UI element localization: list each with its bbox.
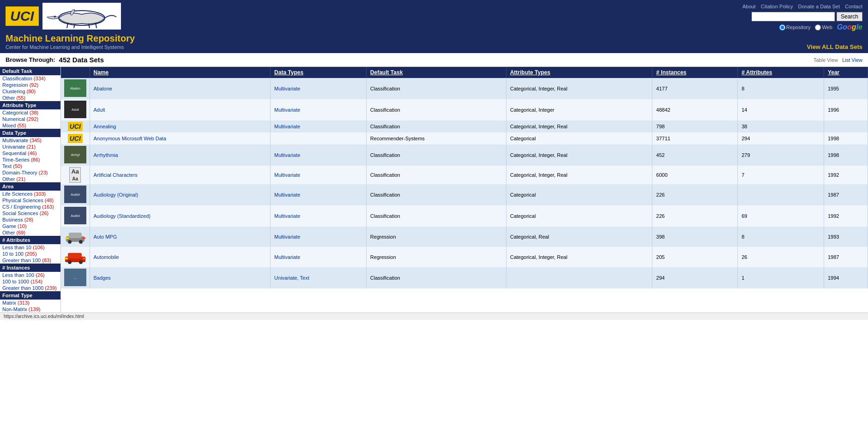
row-default-task: Recommender-Systems (366, 132, 506, 144)
sidebar-item-univariate[interactable]: Univariate (21) (0, 144, 60, 150)
sidebar-item-business[interactable]: Business (28) (0, 216, 60, 223)
dataset-link[interactable]: Adult (94, 107, 105, 113)
sidebar-item-multivariate[interactable]: Multivariate (345) (0, 137, 60, 144)
sidebar-item-non-matrix[interactable]: Non-Matrix (139) (0, 306, 60, 312)
col-default-task-link[interactable]: Default Task (370, 69, 403, 76)
sidebar-item-matrix[interactable]: Matrix (313) (0, 300, 60, 306)
row-data-types: Multivariate (271, 205, 367, 227)
sidebar-item-clustering[interactable]: Clustering (80) (0, 88, 60, 95)
col-data-types-link[interactable]: Data Types (274, 69, 303, 76)
row-attribute-types: Categorical (506, 184, 652, 205)
search-button[interactable]: Search (837, 12, 862, 21)
list-view-link[interactable]: List View (842, 57, 862, 63)
search-input[interactable] (752, 12, 835, 21)
row-thumb: Adult (61, 99, 90, 120)
sidebar-item-100-to-1000[interactable]: 100 to 1000 (154) (0, 278, 60, 285)
row-instances: 798 (652, 120, 738, 132)
sidebar-item-social-sciences[interactable]: Social Sciences (26) (0, 210, 60, 216)
sidebar-item-other-area[interactable]: Other (69) (0, 229, 60, 236)
sidebar-item-10-to-100[interactable]: 10 to 100 (205) (0, 251, 60, 257)
sidebar-item-mixed[interactable]: Mixed (55) (0, 122, 60, 129)
about-link[interactable]: About (742, 4, 756, 9)
col-instances-link[interactable]: # Instances (656, 69, 686, 76)
row-data-types: Univariate, Text (271, 267, 367, 288)
sidebar-item-cs-engineering[interactable]: CS / Engineering (163) (0, 204, 60, 210)
main-layout: Default Task Classification (334) Regres… (0, 67, 868, 312)
dataset-link[interactable]: Arrhythmia (94, 152, 118, 158)
row-attributes: 294 (738, 132, 824, 144)
table-row: AaAa Artificial Characters Multivariate … (61, 166, 868, 184)
citation-policy-link[interactable]: Citation Policy (761, 4, 793, 9)
sidebar-item-text[interactable]: Text (50) (0, 163, 60, 169)
row-attribute-types: Categorical, Integer, Real (506, 247, 652, 267)
sidebar-header-attribute-type: Attribute Type (0, 101, 60, 109)
dataset-link[interactable]: Artificial Characters (94, 172, 138, 178)
sidebar-item-greater-than-1000[interactable]: Greater than 1000 (239) (0, 285, 60, 291)
row-default-task: Classification (366, 99, 506, 120)
sidebar-item-time-series[interactable]: Time-Series (86) (0, 156, 60, 163)
row-year: 1993 (824, 227, 868, 247)
col-data-types: Data Types (271, 67, 367, 78)
search-area: Search (752, 12, 862, 21)
col-attributes-link[interactable]: # Attributes (741, 69, 772, 76)
row-attributes: 26 (738, 247, 824, 267)
view-all-link[interactable]: View ALL Data Sets (807, 43, 862, 50)
sidebar-item-other-data[interactable]: Other (21) (0, 176, 60, 182)
col-attribute-types-link[interactable]: Attribute Types (510, 69, 550, 76)
sidebar-section-attribute-type: Attribute Type Categorical (38) Numerica… (0, 101, 60, 129)
sidebar-item-classification[interactable]: Classification (334) (0, 75, 60, 82)
row-attribute-types: Categorical, Integer, Real (506, 144, 652, 166)
col-name-link[interactable]: Name (94, 69, 109, 76)
col-attribute-types: Attribute Types (506, 67, 652, 78)
sidebar-item-regression[interactable]: Regression (92) (0, 82, 60, 88)
row-attribute-types: Categorical, Integer, Real (506, 166, 652, 184)
search-options: Repository Web Google (779, 23, 862, 31)
sidebar-item-physical-sciences[interactable]: Physical Sciences (48) (0, 197, 60, 204)
row-thumb: Arrhyt (61, 144, 90, 166)
sidebar-section-data-type: Data Type Multivariate (345) Univariate … (0, 129, 60, 182)
row-attribute-types: Categorical (506, 205, 652, 227)
dataset-link[interactable]: Abalone (94, 86, 112, 91)
radio-repository[interactable]: Repository (779, 24, 811, 30)
row-thumb: Audiol (61, 205, 90, 227)
row-attribute-types: Categorical, Real (506, 227, 652, 247)
contact-link[interactable]: Contact (845, 4, 862, 9)
sidebar-header-format-type: Format Type (0, 291, 60, 300)
site-subtitle[interactable]: Center for Machine Learning and Intellig… (6, 44, 124, 50)
donate-link[interactable]: Donate a Data Set (798, 4, 840, 9)
sidebar-item-less-than-100[interactable]: Less than 100 (26) (0, 272, 60, 278)
col-name: Name (90, 67, 271, 78)
row-default-task: Regression (366, 247, 506, 267)
sidebar-item-numerical[interactable]: Numerical (292) (0, 116, 60, 122)
row-attributes: 8 (738, 227, 824, 247)
sidebar-item-less-than-10[interactable]: Less than 10 (106) (0, 244, 60, 251)
dataset-link[interactable]: Badges (94, 275, 111, 281)
svg-point-19 (79, 240, 83, 244)
row-attribute-types: Categorical, Integer, Real (506, 78, 652, 99)
sidebar-item-life-sciences[interactable]: Life Sciences (103) (0, 191, 60, 197)
col-year-link[interactable]: Year (828, 69, 839, 76)
row-attributes: 8 (738, 78, 824, 99)
sidebar-section-num-attributes: # Attributes Less than 10 (106) 10 to 10… (0, 236, 60, 264)
dataset-link[interactable]: Audiology (Original) (94, 192, 139, 198)
svg-point-18 (68, 240, 72, 244)
sidebar-item-greater-than-100[interactable]: Greater than 100 (83) (0, 257, 60, 264)
svg-text:Abalon: Abalon (70, 87, 80, 90)
row-name: Adult (90, 99, 271, 120)
dataset-link[interactable]: Auto MPG (94, 234, 117, 240)
row-default-task: Classification (366, 205, 506, 227)
dataset-link[interactable]: Anonymous Microsoft Web Data (94, 136, 167, 141)
browse-label: Browse Through: (6, 56, 55, 63)
sidebar-item-other-task[interactable]: Other (55) (0, 95, 60, 101)
sidebar-item-domain-theory[interactable]: Domain-Theory (23) (0, 169, 60, 176)
sidebar-item-sequential[interactable]: Sequential (46) (0, 150, 60, 156)
sidebar-item-game[interactable]: Game (10) (0, 223, 60, 229)
dataset-link[interactable]: Audiology (Standardized) (94, 213, 151, 219)
dataset-link[interactable]: Annealing (94, 124, 116, 129)
row-instances: 294 (652, 267, 738, 288)
radio-web[interactable]: Web (815, 24, 832, 30)
svg-text:Audiol: Audiol (71, 214, 80, 217)
sidebar-item-categorical[interactable]: Categorical (38) (0, 109, 60, 116)
dataset-link[interactable]: Automobile (94, 254, 119, 260)
table-area: Name Data Types Default Task Attribute T… (61, 67, 868, 288)
